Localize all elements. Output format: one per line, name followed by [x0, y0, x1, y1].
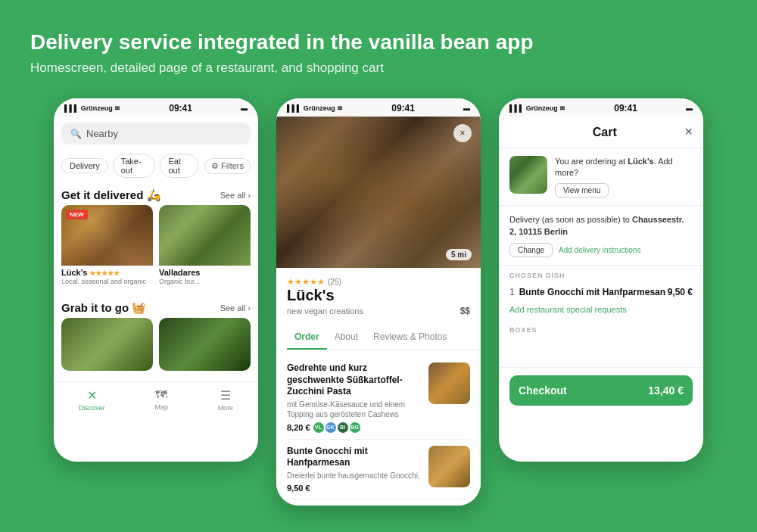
valladares-card-info: Valladares Organic bur... [159, 266, 251, 288]
discover-icon: ✕ [87, 388, 97, 403]
signal-3: ▌▌▌ Grünzeug ≋ [509, 104, 565, 112]
menu-item-gnocchi[interactable]: Bunte Gnocchi mit Hanfparmesan Dreierlei… [287, 440, 470, 499]
lucks-card-info: Lück's ★★★★★ Local, seasonal and organic [61, 266, 153, 288]
view-menu-button[interactable]: View menu [555, 183, 609, 198]
phone-cart: ▌▌▌ Grünzeug ≋ 09:41 ▬ Cart × [499, 98, 703, 462]
pasta-info: Gedrehte und kurz geschwenkte Süßkartoff… [287, 362, 422, 433]
tab-reviews[interactable]: Reviews & Photos [366, 325, 454, 350]
total-price: 13,40 € [648, 384, 684, 397]
status-bar-1: ▌▌▌ Grünzeug ≋ 09:41 ▬ [54, 98, 258, 117]
change-address-button[interactable]: Change [509, 243, 553, 257]
grab-image-1 [61, 318, 153, 371]
grab-section-header: Grab it to go 🧺 See all › [54, 297, 258, 318]
signal-2: ▌▌▌ Grünzeug ≋ [287, 104, 343, 112]
cart-header: Cart × [499, 117, 703, 148]
cart-content: Cart × You are ordering at Lück's. Add m… [499, 117, 703, 416]
grab-image-2 [159, 318, 251, 371]
battery-indicator: ▬ [241, 104, 248, 112]
add-restaurant-requests[interactable]: Add restaurant special requests [499, 302, 703, 320]
page-subtitle: Homescreen, detailed page of a restauran… [30, 61, 727, 76]
badge-gk: GK [326, 422, 336, 433]
tab-about[interactable]: About [327, 325, 366, 350]
tab-row: Order About Reviews & Photos [276, 325, 481, 350]
bottom-nav: ✕ Discover 🗺 Map ☰ More [54, 381, 258, 419]
map-icon: 🗺 [155, 388, 167, 402]
search-placeholder: Nearby [86, 128, 118, 139]
phone-restaurant: ▌▌▌ Grünzeug ≋ 09:41 ▬ × 5 mi ★★★★★ (25)… [276, 98, 481, 506]
search-bar[interactable]: 🔍 Nearby [61, 123, 251, 145]
badge-vl: VL [313, 422, 324, 433]
grab-card-2[interactable] [159, 318, 251, 371]
page-title: Delivery service integrated in the vanil… [30, 30, 727, 54]
restaurant-meta: new vegan creations $$ [287, 306, 470, 316]
delivery-section-header: Get it delivered 🛵 See all › [54, 184, 258, 205]
delivery-section: Delivery (as soon as possible) to Chauss… [499, 206, 703, 266]
header-section: Delivery service integrated in the vanil… [30, 30, 727, 76]
dish-quantity: 1 [509, 287, 515, 297]
thumbnail-image [509, 156, 547, 194]
nav-more[interactable]: ☰ More [218, 388, 234, 412]
badge-bi: BI [338, 422, 348, 433]
delivery-section-title: Get it delivered 🛵 [61, 188, 161, 202]
nav-map[interactable]: 🗺 Map [154, 388, 168, 412]
cart-title: Cart [593, 126, 617, 139]
gnocchi-name: Bunte Gnocchi mit Hanfparmesan [287, 446, 422, 469]
boxes-label: BOXES [499, 320, 703, 337]
phone-homescreen: ▌▌▌ Grünzeug ≋ 09:41 ▬ 🔍 Nearby Delivery… [54, 98, 258, 462]
tab-order[interactable]: Order [287, 325, 327, 350]
pasta-price-row: 8,20 € VL GK BI BG [287, 422, 422, 433]
status-bar-3: ▌▌▌ Grünzeug ≋ 09:41 ▬ [499, 98, 703, 117]
restaurant-big-name: Lück's [287, 287, 470, 304]
restaurant-stars: ★★★★★ [287, 277, 325, 287]
restaurant-tag: new vegan creations [287, 306, 363, 316]
see-all-delivery[interactable]: See all › [220, 191, 251, 200]
delivery-actions: Change Add delivery instructions [509, 243, 693, 257]
food-card-valladares[interactable]: Valladares Organic bur... [159, 205, 251, 288]
filter-row: Delivery Take-out Eat out ⚙ Filters [54, 151, 258, 184]
new-badge: NEW [66, 210, 88, 219]
time-display: 09:41 [169, 103, 192, 114]
rating-count: (25) [328, 278, 341, 286]
food-card-lucks[interactable]: NEW Lück's ★★★★★ Local, seasonal and org… [61, 205, 153, 288]
see-all-grab[interactable]: See all › [220, 303, 251, 313]
badge-bg: BG [350, 422, 360, 433]
cart-close-button[interactable]: × [684, 124, 693, 140]
status-bar-2: ▌▌▌ Grünzeug ≋ 09:41 ▬ [276, 98, 481, 117]
gnocchi-price: 9,50 € [287, 484, 310, 493]
lucks-food-image: NEW [61, 205, 153, 266]
menu-list: Gedrehte und kurz geschwenkte Süßkartoff… [276, 350, 481, 506]
grab-food-grid [54, 318, 258, 375]
ordering-restaurant-name: Lück's [628, 157, 653, 166]
signal-indicator: ▌▌▌ Grünzeug ≋ [64, 104, 120, 112]
pasta-image [428, 362, 470, 404]
checkout-button[interactable]: Checkout 13,40 € [509, 375, 693, 406]
lucks-stars: ★★★★★ [89, 269, 120, 277]
search-icon: 🔍 [70, 129, 82, 139]
filter-takeout[interactable]: Take-out [113, 154, 156, 178]
add-delivery-instructions[interactable]: Add delivery instructions [559, 246, 640, 254]
grab-section-title: Grab it to go 🧺 [61, 301, 146, 315]
grab-card-1[interactable] [61, 318, 153, 371]
rating-row: ★★★★★ (25) [287, 277, 470, 287]
gnocchi-info: Bunte Gnocchi mit Hanfparmesan Dreierlei… [287, 446, 422, 493]
gnocchi-image [428, 446, 470, 487]
battery-3: ▬ [686, 104, 693, 112]
lucks-desc: Local, seasonal and organic [61, 278, 153, 285]
filter-button[interactable]: ⚙ Filters [204, 158, 251, 174]
valladares-food-image [159, 205, 251, 266]
phones-container: ▌▌▌ Grünzeug ≋ 09:41 ▬ 🔍 Nearby Delivery… [30, 98, 727, 506]
nav-discover[interactable]: ✕ Discover [79, 388, 105, 412]
time-3: 09:41 [614, 103, 637, 114]
filter-eatout[interactable]: Eat out [160, 154, 198, 178]
filter-delivery[interactable]: Delivery [61, 158, 108, 173]
order-description: You are ordering at Lück's. Add more? [555, 156, 693, 179]
dish-name: Bunte Gnocchi mit Hanfparmesan [519, 287, 668, 297]
pasta-desc: mit Gemüse-Käsesauce und einem Topping a… [287, 400, 422, 419]
hero-close-button[interactable]: × [453, 124, 472, 142]
menu-item-pasta[interactable]: Gedrehte und kurz geschwenkte Süßkartoff… [287, 356, 470, 440]
valladares-desc: Organic bur... [159, 278, 251, 285]
pasta-name: Gedrehte und kurz geschwenkte Süßkartoff… [287, 362, 422, 398]
dish-price: 9,50 € [668, 287, 693, 297]
more-icon: ☰ [220, 388, 231, 403]
restaurant-thumbnail [509, 156, 547, 194]
